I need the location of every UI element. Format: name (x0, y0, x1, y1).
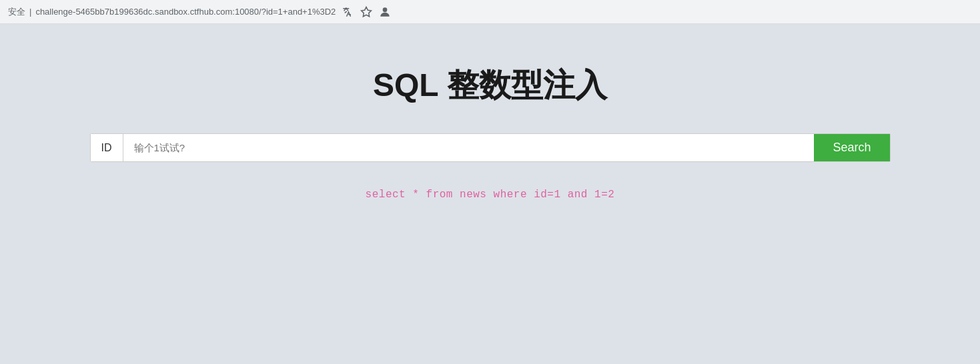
browser-bar: 安全 | challenge-5465bb7b199636dc.sandbox.… (0, 0, 980, 24)
page-content: SQL 整数型注入 ID Search select * from news w… (0, 24, 980, 364)
search-input[interactable] (123, 134, 815, 161)
translate-icon[interactable] (341, 5, 354, 19)
svg-marker-0 (362, 7, 372, 16)
svg-point-1 (383, 7, 388, 12)
profile-icon[interactable] (378, 5, 392, 19)
security-label: 安全 (8, 6, 25, 18)
browser-url: challenge-5465bb7b199636dc.sandbox.ctfhu… (35, 7, 336, 17)
page-title: SQL 整数型注入 (373, 64, 607, 107)
bookmark-icon[interactable] (360, 5, 373, 19)
search-button[interactable]: Search (814, 134, 889, 161)
browser-icons (341, 5, 392, 19)
search-form: ID Search (90, 133, 891, 162)
id-label: ID (91, 134, 123, 161)
browser-security: 安全 | challenge-5465bb7b199636dc.sandbox.… (8, 6, 336, 18)
separator: | (29, 7, 31, 17)
sql-query-display: select * from news where id=1 and 1=2 (366, 189, 615, 201)
